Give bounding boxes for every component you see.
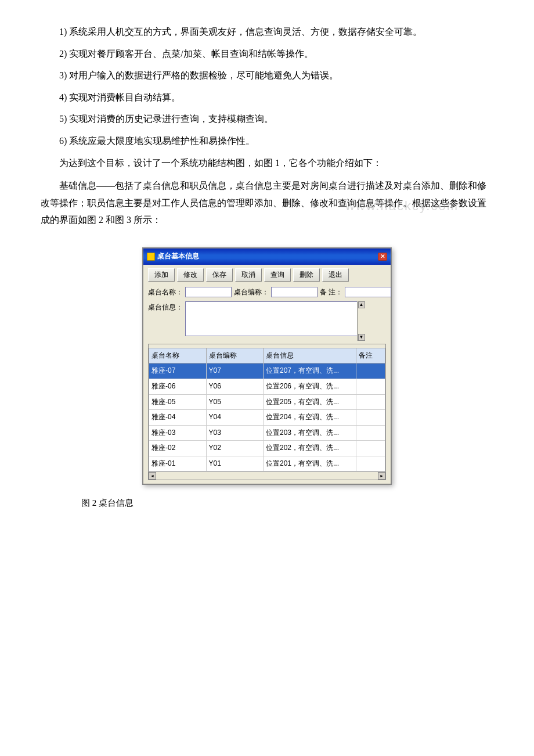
field-input-code[interactable]	[271, 287, 317, 297]
cell-code: Y05	[206, 394, 264, 410]
cell-info: 位置206，有空调、洗...	[264, 379, 356, 394]
toolbar-row: 添加 修改 保存 取消 查询 删除 退出	[148, 268, 386, 282]
table-info-textarea[interactable]	[185, 301, 365, 336]
paragraph-8-area: 基础信息——包括了桌台信息和职员信息，桌台信息主要是对房间桌台进行描述及对桌台添…	[41, 177, 493, 229]
paragraph-3: 3) 对用户输入的数据进行严格的数据检验，尽可能地避免人为错误。	[41, 67, 493, 84]
dialog-window: 桌台基本信息 ✕ 添加 修改 保存 取消 查询 删除 退出 桌台名称	[142, 247, 392, 485]
paragraph-7: 为达到这个目标，设计了一个系统功能结构图，如图 1，它各个功能介绍如下：	[41, 154, 493, 172]
exit-button[interactable]: 退出	[322, 268, 349, 282]
cancel-button[interactable]: 取消	[235, 268, 262, 282]
field-input-note[interactable]	[345, 287, 391, 297]
table-row[interactable]: 雅座-01Y01位置201，有空调、洗...	[149, 456, 385, 471]
cell-code: Y06	[206, 379, 264, 394]
cell-code: Y07	[206, 363, 264, 379]
paragraph-5: 5) 实现对消费的历史记录进行查询，支持模糊查询。	[41, 110, 493, 128]
cell-code: Y03	[206, 425, 264, 441]
dialog-body: 添加 修改 保存 取消 查询 删除 退出 桌台名称： 桌台编称： 备 注：	[143, 265, 391, 484]
delete-button[interactable]: 删除	[293, 268, 320, 282]
dialog-close-button[interactable]: ✕	[378, 253, 387, 261]
cell-note	[356, 394, 385, 410]
paragraph-2: 2) 实现对餐厅顾客开台、点菜/加菜、帐目查询和结帐等操作。	[41, 45, 493, 63]
cell-info: 位置205，有空调、洗...	[264, 394, 356, 410]
cell-name: 雅座-05	[149, 394, 207, 410]
cell-note	[356, 441, 385, 456]
col-header-code: 桌台编称	[206, 348, 264, 363]
form-row-textarea: 桌台信息： ▲ ▼	[148, 301, 386, 341]
scroll-left-arrow[interactable]: ◄	[149, 472, 156, 480]
table-row[interactable]: 雅座-06Y06位置206，有空调、洗...	[149, 379, 385, 394]
col-header-info: 桌台信息	[264, 348, 356, 363]
cell-name: 雅座-04	[149, 410, 207, 426]
cell-info: 位置204，有空调、洗...	[264, 410, 356, 426]
paragraph-8: 基础信息——包括了桌台信息和职员信息，桌台信息主要是对房间桌台进行描述及对桌台添…	[41, 177, 493, 229]
table-row[interactable]: 雅座-02Y02位置202，有空调、洗...	[149, 441, 385, 456]
cell-info: 位置202，有空调、洗...	[264, 441, 356, 456]
table-row[interactable]: 雅座-03Y03位置203，有空调、洗...	[149, 425, 385, 441]
cell-info: 位置203，有空调、洗...	[264, 425, 356, 441]
dialog-titlebar: 桌台基本信息 ✕	[143, 249, 391, 265]
dialog-screenshot-container: 桌台基本信息 ✕ 添加 修改 保存 取消 查询 删除 退出 桌台名称	[41, 237, 493, 491]
field-label-code: 桌台编称：	[234, 286, 269, 299]
table-scroll-bottom: ◄ ►	[149, 471, 385, 480]
paragraph-6: 6) 系统应最大限度地实现易维护性和易操作性。	[41, 132, 493, 150]
cell-note	[356, 456, 385, 471]
table-row[interactable]: 雅座-04Y04位置204，有空调、洗...	[149, 410, 385, 426]
scroll-up-arrow[interactable]: ▲	[358, 301, 365, 308]
cell-name: 雅座-01	[149, 456, 207, 471]
data-table-wrapper: 桌台名称 桌台编称 桌台信息 备注 雅座-07Y07位置207，有空调、洗...…	[148, 344, 386, 481]
table-row[interactable]: 雅座-07Y07位置207，有空调、洗...	[149, 363, 385, 379]
cell-name: 雅座-06	[149, 379, 207, 394]
scroll-track-h	[156, 472, 378, 480]
col-header-note: 备注	[356, 348, 385, 363]
cell-info: 位置207，有空调、洗...	[264, 363, 356, 379]
save-button[interactable]: 保存	[206, 268, 233, 282]
figure-caption: 图 2 桌台信息	[41, 495, 493, 511]
scroll-down-arrow[interactable]: ▼	[358, 334, 365, 341]
cell-name: 雅座-02	[149, 441, 207, 456]
paragraph-4: 4) 实现对消费帐目自动结算。	[41, 89, 493, 106]
cell-name: 雅座-07	[149, 363, 207, 379]
query-button[interactable]: 查询	[264, 268, 291, 282]
main-content: 1) 系统采用人机交互的方式，界面美观友好，信息查询灵活、方便，数据存储安全可靠…	[41, 23, 493, 511]
cell-note	[356, 363, 385, 379]
scroll-right-arrow[interactable]: ►	[378, 472, 385, 480]
field-input-name[interactable]	[185, 287, 232, 297]
add-button[interactable]: 添加	[148, 268, 175, 282]
dialog-title-text: 桌台基本信息	[157, 250, 199, 263]
cell-note	[356, 425, 385, 441]
col-header-name: 桌台名称	[149, 348, 207, 363]
paragraph-1: 1) 系统采用人机交互的方式，界面美观友好，信息查询灵活、方便，数据存储安全可靠…	[41, 23, 493, 41]
edit-button[interactable]: 修改	[177, 268, 204, 282]
dialog-title-icon	[147, 253, 155, 261]
cell-code: Y01	[206, 456, 264, 471]
cell-note	[356, 379, 385, 394]
textarea-scrollbar: ▲ ▼	[357, 301, 365, 341]
data-table: 桌台名称 桌台编称 桌台信息 备注 雅座-07Y07位置207，有空调、洗...…	[149, 348, 385, 472]
cell-name: 雅座-03	[149, 425, 207, 441]
textarea-label: 桌台信息：	[148, 301, 183, 314]
table-body: 雅座-07Y07位置207，有空调、洗...雅座-06Y06位置206，有空调、…	[149, 363, 385, 471]
field-label-name: 桌台名称：	[148, 286, 183, 299]
cell-code: Y04	[206, 410, 264, 426]
table-header-row: 桌台名称 桌台编称 桌台信息 备注	[149, 348, 385, 363]
table-row[interactable]: 雅座-05Y05位置205，有空调、洗...	[149, 394, 385, 410]
cell-code: Y02	[206, 441, 264, 456]
cell-note	[356, 410, 385, 426]
field-label-note: 备 注：	[320, 286, 342, 299]
titlebar-left: 桌台基本信息	[147, 250, 199, 263]
textarea-wrapper: ▲ ▼	[185, 301, 365, 341]
scroll-track	[358, 308, 365, 334]
form-row-1: 桌台名称： 桌台编称： 备 注：	[148, 286, 386, 299]
cell-info: 位置201，有空调、洗...	[264, 456, 356, 471]
